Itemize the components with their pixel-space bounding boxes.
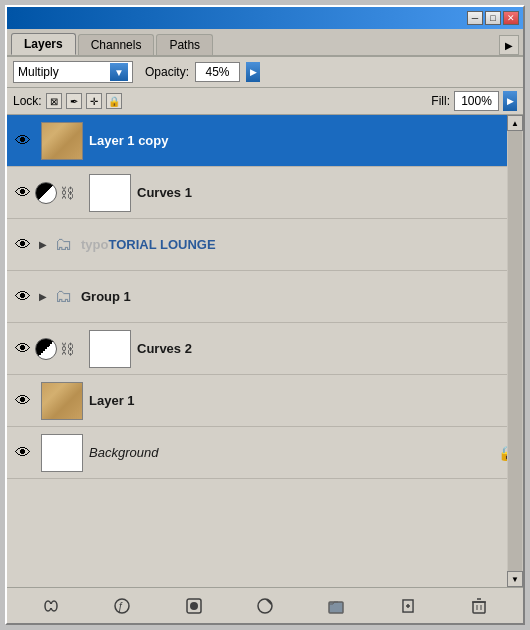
layer-name: Background [89,445,158,460]
svg-text:ƒ: ƒ [118,601,124,612]
layer-row[interactable]: 👁 ▶ 🗂 typoTORIAL LOUNGE [7,219,523,271]
layer-row[interactable]: 👁 Layer 1 [7,375,523,427]
lock-label: Lock: [13,94,42,108]
svg-rect-11 [473,602,485,613]
layer-name: Layer 1 [89,393,135,408]
lock-all-icon[interactable]: 🔒 [106,93,122,109]
fill-step-button[interactable]: ▶ [503,91,517,111]
svg-point-6 [190,602,198,610]
curves-adjustment-icon [35,338,57,360]
layer-style-button[interactable]: ƒ [109,594,135,618]
layer-row[interactable]: 👁 ⛓ Curves 2 [7,323,523,375]
tab-bar: Layers Channels Paths ▶ [7,29,523,57]
opacity-label: Opacity: [145,65,189,79]
fill-section: Fill: 100% ▶ [431,91,517,111]
panel-menu-button[interactable]: ▶ [499,35,519,55]
opacity-step-button[interactable]: ▶ [246,62,260,82]
layer-row[interactable]: 👁 Layer 1 copy [7,115,523,167]
curves-icons: ⛓ [35,182,79,204]
title-bar-buttons: ─ □ ✕ [467,11,519,25]
layer-row[interactable]: 👁 Background 🔒 [7,427,523,479]
link-icon: ⛓ [59,339,75,359]
tab-paths[interactable]: Paths [156,34,213,55]
layers-list: 👁 Layer 1 copy 👁 ⛓ Curves 1 👁 ▶ 🗂 typoTO… [7,115,523,587]
scroll-down-button[interactable]: ▼ [507,571,523,587]
link-icon: ⛓ [59,183,75,203]
new-group-button[interactable] [323,594,349,618]
curves-icons: ⛓ [35,338,79,360]
fill-input[interactable]: 100% [454,91,499,111]
blend-mode-arrow[interactable]: ▼ [110,63,128,81]
lock-move-icon[interactable]: ✛ [86,93,102,109]
maximize-button[interactable]: □ [485,11,501,25]
lock-bar: Lock: ⊠ ✒ ✛ 🔒 Fill: 100% ▶ [7,88,523,115]
layer-row[interactable]: 👁 ▶ 🗂 Group 1 [7,271,523,323]
folder-icon: 🗂 [53,288,75,306]
layer-name: Curves 2 [137,341,192,356]
layer-row[interactable]: 👁 ⛓ Curves 1 [7,167,523,219]
layers-panel: ─ □ ✕ Layers Channels Paths ▶ Multiply ▼… [5,5,525,625]
typo-bold: TORIAL LOUNGE [108,237,215,252]
visibility-toggle[interactable]: 👁 [11,129,35,153]
visibility-toggle[interactable]: 👁 [11,337,35,361]
curves-adjustment-icon [35,182,57,204]
group-expand-arrow[interactable]: ▶ [35,289,51,305]
layer-thumbnail [41,382,83,420]
add-mask-button[interactable] [181,594,207,618]
tab-layers[interactable]: Layers [11,33,76,55]
layer-name: typoTORIAL LOUNGE [81,237,216,252]
blend-mode-select[interactable]: Multiply ▼ [13,61,133,83]
layer-mask-thumbnail [89,330,131,368]
delete-layer-button[interactable] [466,594,492,618]
scroll-track[interactable] [508,131,522,571]
layer-thumbnail [41,434,83,472]
visibility-toggle[interactable]: 👁 [11,285,35,309]
typo-prefix: typo [81,237,108,252]
link-layers-button[interactable] [38,594,64,618]
layer-thumbnail [41,122,83,160]
opacity-input[interactable]: 45% [195,62,240,82]
visibility-toggle[interactable]: 👁 [11,389,35,413]
layer-name: Curves 1 [137,185,192,200]
title-bar: ─ □ ✕ [7,7,523,29]
new-layer-button[interactable] [395,594,421,618]
tab-channels[interactable]: Channels [78,34,155,55]
lock-paint-icon[interactable]: ✒ [66,93,82,109]
layer-name: Layer 1 copy [89,133,169,148]
layer-mask-thumbnail [89,174,131,212]
folder-icon: 🗂 [53,236,75,254]
svg-rect-2 [48,604,54,608]
visibility-toggle[interactable]: 👁 [11,441,35,465]
visibility-toggle[interactable]: 👁 [11,233,35,257]
minimize-button[interactable]: ─ [467,11,483,25]
layer-name: Group 1 [81,289,131,304]
scroll-up-button[interactable]: ▲ [507,115,523,131]
close-button[interactable]: ✕ [503,11,519,25]
lock-transparent-icon[interactable]: ⊠ [46,93,62,109]
new-adjustment-button[interactable] [252,594,278,618]
group-expand-arrow[interactable]: ▶ [35,237,51,253]
bottom-toolbar: ƒ [7,587,523,623]
fill-label: Fill: [431,94,450,108]
blend-mode-value: Multiply [18,65,59,79]
controls-bar: Multiply ▼ Opacity: 45% ▶ [7,57,523,88]
visibility-toggle[interactable]: 👁 [11,181,35,205]
scrollbar: ▲ ▼ [507,115,523,587]
